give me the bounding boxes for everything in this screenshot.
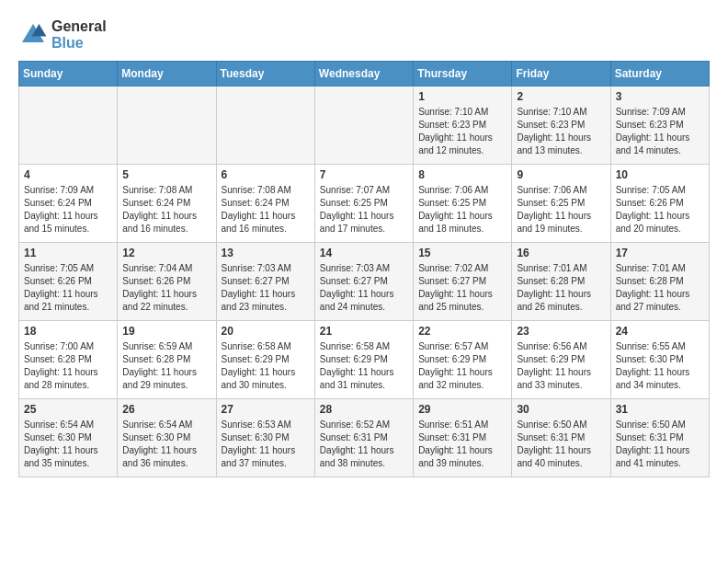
calendar-cell: 24Sunrise: 6:55 AM Sunset: 6:30 PM Dayli… [610, 321, 709, 399]
calendar-cell: 20Sunrise: 6:58 AM Sunset: 6:29 PM Dayli… [216, 321, 314, 399]
logo-icon [18, 20, 48, 50]
day-info: Sunrise: 6:55 AM Sunset: 6:30 PM Dayligh… [616, 340, 704, 392]
day-number: 6 [222, 168, 310, 181]
day-number: 20 [222, 325, 310, 338]
header-sunday: Sunday [19, 62, 118, 86]
header-thursday: Thursday [414, 62, 512, 86]
day-info: Sunrise: 7:09 AM Sunset: 6:24 PM Dayligh… [24, 184, 112, 236]
day-info: Sunrise: 7:06 AM Sunset: 6:25 PM Dayligh… [517, 184, 605, 236]
day-info: Sunrise: 6:53 AM Sunset: 6:30 PM Dayligh… [222, 419, 310, 470]
calendar-cell: 18Sunrise: 7:00 AM Sunset: 6:28 PM Dayli… [19, 321, 118, 399]
day-info: Sunrise: 7:00 AM Sunset: 6:28 PM Dayligh… [24, 340, 112, 392]
day-info: Sunrise: 6:50 AM Sunset: 6:31 PM Dayligh… [517, 419, 605, 470]
calendar-cell: 22Sunrise: 6:57 AM Sunset: 6:29 PM Dayli… [414, 321, 512, 399]
header-friday: Friday [512, 62, 610, 86]
calendar-cell: 27Sunrise: 6:53 AM Sunset: 6:30 PM Dayli… [216, 399, 314, 477]
calendar-cell: 2Sunrise: 7:10 AM Sunset: 6:23 PM Daylig… [512, 86, 610, 165]
calendar-cell: 1Sunrise: 7:10 AM Sunset: 6:23 PM Daylig… [414, 86, 512, 165]
day-number: 26 [122, 403, 210, 416]
header-monday: Monday [118, 62, 216, 86]
day-info: Sunrise: 6:51 AM Sunset: 6:31 PM Dayligh… [418, 419, 506, 470]
day-info: Sunrise: 6:54 AM Sunset: 6:30 PM Dayligh… [122, 419, 210, 470]
calendar-cell [118, 86, 216, 165]
logo-text: General Blue [51, 18, 107, 52]
calendar-cell: 12Sunrise: 7:04 AM Sunset: 6:26 PM Dayli… [118, 243, 216, 321]
calendar-cell: 26Sunrise: 6:54 AM Sunset: 6:30 PM Dayli… [118, 399, 216, 477]
page-header: General Blue [18, 18, 710, 52]
calendar-cell: 10Sunrise: 7:05 AM Sunset: 6:26 PM Dayli… [610, 165, 709, 243]
calendar-week-row: 11Sunrise: 7:05 AM Sunset: 6:26 PM Dayli… [19, 243, 710, 321]
calendar-cell: 17Sunrise: 7:01 AM Sunset: 6:28 PM Dayli… [610, 243, 709, 321]
day-number: 13 [222, 247, 310, 259]
day-number: 21 [320, 325, 408, 338]
day-number: 2 [517, 90, 605, 103]
calendar-cell: 7Sunrise: 7:07 AM Sunset: 6:25 PM Daylig… [314, 165, 413, 243]
calendar-cell: 28Sunrise: 6:52 AM Sunset: 6:31 PM Dayli… [314, 399, 413, 477]
day-number: 31 [616, 403, 704, 416]
calendar-week-row: 18Sunrise: 7:00 AM Sunset: 6:28 PM Dayli… [19, 321, 710, 399]
day-number: 5 [122, 168, 210, 181]
day-number: 12 [122, 247, 210, 259]
day-info: Sunrise: 7:09 AM Sunset: 6:23 PM Dayligh… [616, 106, 704, 157]
day-info: Sunrise: 6:50 AM Sunset: 6:31 PM Dayligh… [616, 419, 704, 470]
calendar-cell [216, 86, 314, 165]
day-number: 3 [616, 90, 704, 103]
day-info: Sunrise: 7:08 AM Sunset: 6:24 PM Dayligh… [122, 184, 210, 236]
day-number: 18 [24, 325, 112, 338]
calendar-cell: 5Sunrise: 7:08 AM Sunset: 6:24 PM Daylig… [118, 165, 216, 243]
day-number: 10 [616, 168, 704, 181]
day-info: Sunrise: 6:52 AM Sunset: 6:31 PM Dayligh… [320, 419, 408, 470]
day-info: Sunrise: 6:59 AM Sunset: 6:28 PM Dayligh… [122, 340, 210, 392]
day-info: Sunrise: 7:05 AM Sunset: 6:26 PM Dayligh… [616, 184, 704, 236]
day-number: 24 [616, 325, 704, 338]
day-info: Sunrise: 6:54 AM Sunset: 6:30 PM Dayligh… [24, 419, 112, 470]
calendar-cell: 8Sunrise: 7:06 AM Sunset: 6:25 PM Daylig… [414, 165, 512, 243]
calendar-week-row: 1Sunrise: 7:10 AM Sunset: 6:23 PM Daylig… [19, 86, 710, 165]
header-saturday: Saturday [610, 62, 709, 86]
calendar-cell: 4Sunrise: 7:09 AM Sunset: 6:24 PM Daylig… [19, 165, 118, 243]
day-number: 23 [517, 325, 605, 338]
calendar-cell: 6Sunrise: 7:08 AM Sunset: 6:24 PM Daylig… [216, 165, 314, 243]
calendar-cell: 23Sunrise: 6:56 AM Sunset: 6:29 PM Dayli… [512, 321, 610, 399]
header-wednesday: Wednesday [314, 62, 413, 86]
day-number: 25 [24, 403, 112, 416]
day-info: Sunrise: 7:03 AM Sunset: 6:27 PM Dayligh… [222, 262, 310, 314]
day-number: 14 [320, 247, 408, 259]
calendar-cell: 3Sunrise: 7:09 AM Sunset: 6:23 PM Daylig… [610, 86, 709, 165]
day-info: Sunrise: 7:01 AM Sunset: 6:28 PM Dayligh… [517, 262, 605, 314]
day-number: 19 [122, 325, 210, 338]
calendar-cell [314, 86, 413, 165]
header-tuesday: Tuesday [216, 62, 314, 86]
calendar-week-row: 4Sunrise: 7:09 AM Sunset: 6:24 PM Daylig… [19, 165, 710, 243]
logo: General Blue [18, 18, 107, 52]
day-number: 17 [616, 247, 704, 259]
day-info: Sunrise: 6:57 AM Sunset: 6:29 PM Dayligh… [418, 340, 506, 392]
calendar-cell: 25Sunrise: 6:54 AM Sunset: 6:30 PM Dayli… [19, 399, 118, 477]
day-info: Sunrise: 6:58 AM Sunset: 6:29 PM Dayligh… [320, 340, 408, 392]
calendar-cell: 31Sunrise: 6:50 AM Sunset: 6:31 PM Dayli… [610, 399, 709, 477]
day-info: Sunrise: 7:03 AM Sunset: 6:27 PM Dayligh… [320, 262, 408, 314]
day-number: 15 [418, 247, 506, 259]
calendar-cell: 21Sunrise: 6:58 AM Sunset: 6:29 PM Dayli… [314, 321, 413, 399]
day-number: 7 [320, 168, 408, 181]
day-info: Sunrise: 7:05 AM Sunset: 6:26 PM Dayligh… [24, 262, 112, 314]
day-info: Sunrise: 7:08 AM Sunset: 6:24 PM Dayligh… [222, 184, 310, 236]
day-info: Sunrise: 6:58 AM Sunset: 6:29 PM Dayligh… [222, 340, 310, 392]
day-info: Sunrise: 7:10 AM Sunset: 6:23 PM Dayligh… [418, 106, 506, 157]
day-number: 22 [418, 325, 506, 338]
calendar-cell: 15Sunrise: 7:02 AM Sunset: 6:27 PM Dayli… [414, 243, 512, 321]
calendar-header-row: SundayMondayTuesdayWednesdayThursdayFrid… [19, 62, 710, 86]
day-info: Sunrise: 7:06 AM Sunset: 6:25 PM Dayligh… [418, 184, 506, 236]
day-number: 16 [517, 247, 605, 259]
day-number: 9 [517, 168, 605, 181]
day-number: 1 [418, 90, 506, 103]
calendar-cell: 19Sunrise: 6:59 AM Sunset: 6:28 PM Dayli… [118, 321, 216, 399]
day-info: Sunrise: 7:07 AM Sunset: 6:25 PM Dayligh… [320, 184, 408, 236]
calendar-week-row: 25Sunrise: 6:54 AM Sunset: 6:30 PM Dayli… [19, 399, 710, 477]
calendar-cell [19, 86, 118, 165]
calendar-cell: 29Sunrise: 6:51 AM Sunset: 6:31 PM Dayli… [414, 399, 512, 477]
calendar-cell: 16Sunrise: 7:01 AM Sunset: 6:28 PM Dayli… [512, 243, 610, 321]
day-number: 11 [24, 247, 112, 259]
day-info: Sunrise: 7:01 AM Sunset: 6:28 PM Dayligh… [616, 262, 704, 314]
day-info: Sunrise: 7:04 AM Sunset: 6:26 PM Dayligh… [122, 262, 210, 314]
